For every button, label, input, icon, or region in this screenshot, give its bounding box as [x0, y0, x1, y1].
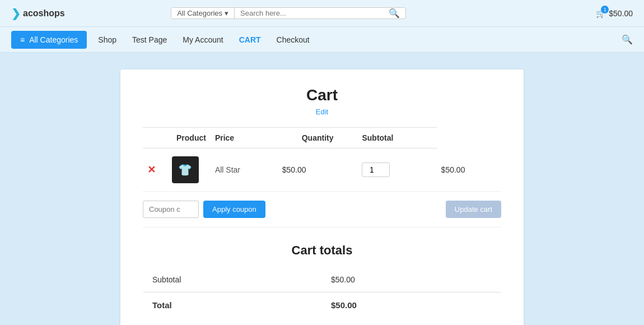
subtotal-label: Subtotal [143, 267, 323, 292]
product-subtotal-cell: $50.00 [437, 148, 501, 192]
product-image: 👕 [172, 156, 199, 183]
menu-icon: ≡ [20, 35, 25, 44]
subtotal-value: $50.00 [322, 267, 501, 292]
subtotal-row: Subtotal $50.00 [143, 267, 501, 292]
category-dropdown[interactable]: All Categories ▾ [171, 8, 235, 18]
product-subtotal: $50.00 [441, 165, 465, 174]
logo-icon: ❯ [11, 7, 21, 20]
product-qty-cell [357, 148, 436, 192]
apply-coupon-button[interactable]: Apply coupon [203, 201, 265, 218]
coupon-input[interactable] [143, 201, 199, 218]
nav-my-account[interactable]: My Account [176, 31, 230, 49]
all-categories-label: All Categories [29, 35, 78, 44]
total-value: $50.00 [322, 292, 501, 318]
nav-checkout[interactable]: Checkout [270, 31, 316, 49]
nav-links: Shop Test Page My Account CART Checkout [91, 31, 622, 49]
col-header-price: Price [211, 128, 278, 148]
remove-item-button[interactable]: ✕ [147, 165, 156, 175]
logo-text: acoshops [23, 8, 65, 18]
nav-shop[interactable]: Shop [91, 31, 123, 49]
update-cart-button[interactable]: Update cart [446, 201, 501, 218]
category-label: All Categories [177, 9, 222, 17]
cart-icon-wrapper: 🛒 1 [596, 9, 605, 18]
nav-search-icon[interactable]: 🔍 [622, 34, 633, 45]
cart-badge: 1 [601, 6, 609, 13]
col-header-subtotal: Subtotal [357, 128, 436, 148]
col-header-product: Product [143, 128, 211, 148]
search-button[interactable]: 🔍 [383, 8, 405, 18]
cart-table: Product Price Quantity Subtotal ✕ 👕 [143, 127, 501, 192]
cart-totals-title: Cart totals [143, 243, 501, 258]
table-row: ✕ 👕 All Star $50.00 [143, 148, 501, 192]
cart-amount: $50.00 [609, 9, 633, 18]
nav-cart[interactable]: CART [232, 31, 268, 49]
total-label: Total [143, 292, 323, 318]
nav-bar: ≡ All Categories Shop Test Page My Accou… [0, 27, 644, 53]
cart-edit-link[interactable]: Edit [143, 108, 501, 116]
main-content: Cart Edit Product Price Quantity Subtota… [0, 53, 644, 325]
product-image-emoji: 👕 [178, 163, 192, 177]
product-price-cell: $50.00 [278, 148, 358, 192]
product-price: $50.00 [282, 165, 306, 174]
top-bar: ❯ acoshops All Categories ▾ 🔍 🛒 1 $50.00 [0, 0, 644, 27]
product-name-cell: All Star [211, 148, 278, 192]
search-bar: All Categories ▾ 🔍 [171, 7, 406, 19]
cart-container: Cart Edit Product Price Quantity Subtota… [120, 69, 524, 325]
nav-all-categories-button[interactable]: ≡ All Categories [11, 31, 87, 49]
col-header-quantity: Quantity [278, 128, 358, 148]
totals-table: Subtotal $50.00 Total $50.00 [143, 267, 501, 318]
chevron-down-icon: ▾ [225, 9, 228, 17]
cart-title: Cart [143, 86, 501, 104]
remove-cell: ✕ [143, 148, 167, 192]
search-input[interactable] [235, 8, 383, 18]
total-row: Total $50.00 [143, 292, 501, 318]
search-icon: 🔍 [389, 8, 400, 18]
product-image-cell: 👕 [167, 148, 211, 192]
product-name: All Star [215, 165, 240, 174]
coupon-row: Apply coupon Update cart [143, 192, 501, 227]
logo[interactable]: ❯ acoshops [11, 7, 65, 20]
top-cart-summary[interactable]: 🛒 1 $50.00 [596, 9, 633, 18]
quantity-input[interactable] [362, 162, 390, 177]
nav-test-page[interactable]: Test Page [125, 31, 174, 49]
